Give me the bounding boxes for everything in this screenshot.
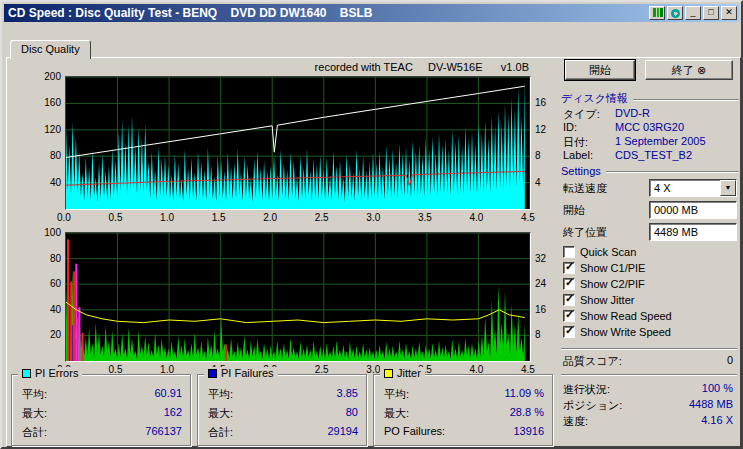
disc-icon — [671, 9, 680, 18]
position-row: ポジション:4488 MB — [563, 398, 733, 413]
jitter-groupbox: Jitter 平均:11.09 % 最大:28.8 % PO Failures:… — [373, 374, 553, 446]
pif-chart-svg — [65, 232, 531, 362]
exit-button[interactable]: 終了 ⊗ — [645, 60, 733, 80]
checkmark-icon: ✓ — [565, 308, 574, 321]
disc-id-row: ID:MCC 03RG20 — [563, 121, 737, 133]
pie-chart-yaxis-left: 2001601208040 — [31, 76, 61, 208]
stat-row: 平均:3.85 — [208, 387, 358, 402]
pif-chart-yaxis-left: 10080604020 — [31, 232, 61, 360]
maximize-icon: □ — [708, 7, 713, 17]
progress-row: 進行状況:100 % — [563, 382, 733, 397]
checkbox-show-jitter[interactable]: ✓Show Jitter — [563, 294, 634, 306]
chart-icon — [653, 8, 663, 17]
pi-failures-title: PI Failures — [221, 367, 274, 379]
recorder-info-text: recorded with TEAC DV-W516E v1.0B — [65, 61, 529, 73]
disc-date-row: 日付:1 September 2005 — [563, 135, 737, 150]
stat-row: 合計:29194 — [208, 425, 358, 440]
pie-chart-xaxis: 0.00.51.01.52.02.53.03.54.04.5 — [65, 212, 535, 224]
app-window: CD Speed : Disc Quality Test - BENQ DVD … — [0, 0, 743, 449]
settings-header: Settings — [561, 165, 739, 177]
tab-disc-quality[interactable]: Disc Quality — [10, 40, 91, 59]
maximize-button[interactable]: □ — [703, 6, 719, 20]
start-button[interactable]: 開始 — [565, 60, 635, 80]
checkbox-show-write-speed[interactable]: ✓Show Write Speed — [563, 326, 671, 338]
tab-strip: Disc Quality — [10, 39, 91, 59]
disc-info-header: ディスク情報 — [561, 91, 739, 106]
close-icon: ✕ — [725, 7, 733, 17]
jitter-legend-swatch — [384, 369, 393, 378]
chart-view-button[interactable] — [649, 6, 665, 20]
checkmark-icon: ✓ — [565, 324, 574, 337]
disc-label-row: Label:CDS_TEST_B2 — [563, 149, 737, 161]
stat-row: 最大:162 — [22, 406, 182, 421]
transfer-speed-select[interactable]: 4 X ▼ — [649, 179, 737, 197]
end-position-row: 終了位置 — [563, 223, 737, 241]
minimize-button[interactable]: _ — [685, 6, 701, 20]
pi-errors-title: PI Errors — [35, 367, 78, 379]
main-panel: recorded with TEAC DV-W516E v1.0B 200160… — [6, 57, 741, 447]
checkbox-show-read-speed[interactable]: ✓Show Read Speed — [563, 310, 672, 322]
quality-score-row: 品質スコア:0 — [563, 354, 733, 369]
checkbox-quick-scan[interactable]: Quick Scan — [563, 246, 636, 258]
window-title: CD Speed : Disc Quality Test - BENQ DVD … — [8, 6, 373, 20]
stat-row: PO Failures:13916 — [384, 425, 544, 437]
end-position-input[interactable] — [649, 223, 737, 241]
stat-row: 最大:28.8 % — [384, 406, 544, 421]
pi-errors-groupbox: PI Errors 平均:60.91 最大:162 合計:766137 — [11, 374, 191, 446]
disc-type-row: タイプ:DVD-R — [563, 107, 737, 122]
exit-icon: ⊗ — [697, 64, 706, 76]
stat-row: 平均:11.09 % — [384, 387, 544, 402]
speed-row: 速度:4.16 X — [563, 414, 733, 429]
stat-row: 平均:60.91 — [22, 387, 182, 402]
disc-view-button[interactable] — [667, 6, 683, 20]
checkbox-show-c1-pie[interactable]: ✓Show C1/PIE — [563, 262, 645, 274]
start-position-row: 開始 — [563, 201, 737, 219]
divider — [561, 374, 737, 376]
stat-row: 最大:80 — [208, 406, 358, 421]
checkmark-icon: ✓ — [565, 292, 574, 305]
pi-failures-legend-swatch — [208, 369, 217, 378]
checkmark-icon: ✓ — [565, 260, 574, 273]
checkmark-icon: ✓ — [565, 276, 574, 289]
chevron-down-icon[interactable]: ▼ — [720, 180, 736, 196]
jitter-title: Jitter — [397, 367, 421, 379]
pif-chart-yaxis-right: 3224168 — [535, 232, 555, 360]
charts-area: recorded with TEAC DV-W516E v1.0B 200160… — [9, 60, 555, 444]
start-position-input[interactable] — [649, 201, 737, 219]
titlebar-buttons: _ □ ✕ — [649, 6, 739, 20]
title-bar[interactable]: CD Speed : Disc Quality Test - BENQ DVD … — [4, 4, 739, 22]
divider — [561, 348, 737, 350]
close-button[interactable]: ✕ — [721, 6, 737, 20]
minimize-icon: _ — [690, 7, 695, 17]
pie-chart-svg — [65, 76, 531, 210]
transfer-speed-row: 転送速度 4 X ▼ — [563, 179, 737, 197]
stat-row: 合計:766137 — [22, 425, 182, 440]
pi-errors-legend-swatch — [22, 369, 31, 378]
checkbox-show-c2-pif[interactable]: ✓Show C2/PIF — [563, 278, 645, 290]
pi-failures-groupbox: PI Failures 平均:3.85 最大:80 合計:29194 — [197, 374, 367, 446]
pie-chart-yaxis-right: 161284 — [535, 76, 555, 208]
sidebar: 開始 終了 ⊗ ディスク情報 タイプ:DVD-R ID:MCC 03RG20 日… — [557, 60, 741, 444]
